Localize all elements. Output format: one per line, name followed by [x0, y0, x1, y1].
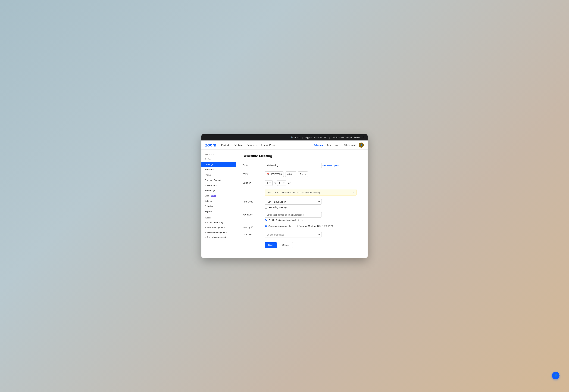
sidebar-label-personal-contacts: Personal Contacts	[205, 179, 222, 181]
notice-close-button[interactable]: ✕	[352, 191, 354, 194]
sidebar-item-recordings[interactable]: Recordings	[201, 188, 236, 193]
duration-inputs: 123 hr 0153045 min	[265, 180, 361, 186]
sidebar-item-user-management[interactable]: ► User Management	[201, 225, 236, 230]
nav-resources[interactable]: Resources	[247, 143, 257, 147]
generate-auto-option[interactable]: Generate Automatically	[265, 225, 291, 227]
clips-beta-badge: BETA	[211, 195, 216, 197]
topic-input[interactable]	[265, 163, 322, 168]
sidebar-item-phone[interactable]: Phone	[201, 172, 236, 178]
sidebar-item-plans-billing[interactable]: ► Plans and Billing	[201, 220, 236, 225]
info-icon[interactable]: i	[300, 219, 302, 221]
enable-chat-checkbox[interactable]	[265, 219, 267, 221]
timezone-label: Time Zone	[242, 199, 265, 203]
date-picker[interactable]: 📅 08/18/2023	[265, 171, 284, 177]
sidebar-item-meetings[interactable]: Meetings	[201, 162, 236, 167]
sidebar-label-clips: Clips	[205, 195, 209, 197]
nav-schedule[interactable]: Schedule	[314, 144, 323, 146]
chevron-right-icon: ►	[205, 222, 206, 223]
nav-bar: zoom Products Solutions Resources Plans …	[201, 140, 368, 150]
top-bar-right: 🔍 Search | Support 1.888.799.5926 | Cont…	[291, 136, 365, 139]
chevron-right-icon-2: ►	[205, 226, 206, 228]
nav-join[interactable]: Join	[327, 144, 331, 146]
sidebar-label-webinars: Webinars	[205, 168, 213, 171]
sidebar-label-profile: Profile	[205, 158, 211, 160]
zoom-logo: zoom	[205, 142, 216, 148]
attendees-row: Attendees Enable Continuous Meeting Chat…	[242, 212, 361, 221]
sidebar-item-reports[interactable]: Reports	[201, 209, 236, 214]
time-select[interactable]: 6:00 6:30 7:00	[285, 171, 296, 177]
page-title: Schedule Meeting	[242, 154, 361, 158]
personal-meeting-id-radio[interactable]	[295, 225, 298, 227]
sidebar-label-reports: Reports	[205, 210, 212, 213]
sidebar-item-webinars[interactable]: Webinars	[201, 167, 236, 172]
sidebar-label-user-management: User Management	[207, 226, 225, 229]
main-layout: PERSONAL Profile Meetings Webinars Phone…	[201, 150, 368, 258]
sidebar-item-settings[interactable]: Settings	[201, 198, 236, 204]
nav-plans-pricing[interactable]: Plans & Pricing	[261, 143, 276, 147]
nav-solutions[interactable]: Solutions	[234, 143, 243, 147]
meeting-id-radio-group: Generate Automatically Personal Meeting …	[265, 225, 361, 227]
meeting-id-field: Generate Automatically Personal Meeting …	[265, 225, 361, 227]
nav-whiteboard[interactable]: Whiteboard	[344, 144, 356, 146]
timezone-row: Time Zone (GMT+1:00) Lisbon (GMT+0:00) U…	[242, 199, 361, 209]
recurring-checkbox-row: Recurring meeting	[265, 206, 361, 209]
recurring-checkbox[interactable]	[265, 206, 267, 209]
sidebar-label-meetings: Meetings	[205, 163, 213, 166]
topic-field: + Add Description	[265, 163, 361, 168]
add-description-link[interactable]: + Add Description	[322, 164, 339, 167]
sidebar-label-room-management: Room Management	[207, 236, 226, 238]
browser-window: 🔍 Search | Support 1.888.799.5926 | Cont…	[201, 134, 368, 258]
avatar[interactable]: 👤	[359, 142, 364, 148]
attendees-field: Enable Continuous Meeting Chat i	[265, 212, 361, 221]
support-link[interactable]: Support	[305, 136, 312, 139]
nav-products[interactable]: Products	[221, 143, 230, 147]
timezone-field: (GMT+1:00) Lisbon (GMT+0:00) UTC (GMT-5:…	[265, 199, 361, 209]
sidebar-label-scheduler: Scheduler	[205, 205, 214, 207]
duration-hr-select[interactable]: 123	[265, 180, 273, 186]
topic-row: Topic + Add Description	[242, 163, 361, 168]
nav-host-dropdown[interactable]: Host ▼	[334, 144, 341, 146]
attendees-label: Attendees	[242, 212, 265, 216]
generate-auto-label: Generate Automatically	[268, 225, 291, 227]
sidebar-item-profile[interactable]: Profile	[201, 157, 236, 162]
generate-auto-radio[interactable]	[265, 225, 267, 227]
dots-menu[interactable]: ⋮	[363, 136, 365, 139]
recurring-label: Recurring meeting	[269, 206, 286, 209]
sidebar-label-device-management: Device Management	[207, 231, 227, 234]
sidebar-item-room-management[interactable]: ► Room Management	[201, 235, 236, 240]
fab-button[interactable]: 👤	[552, 372, 559, 379]
request-demo-link[interactable]: Request a Demo	[346, 136, 360, 139]
template-select[interactable]: Select a template	[265, 232, 322, 238]
admin-section-title: ADMIN	[201, 216, 236, 220]
sidebar-item-device-management[interactable]: ► Device Management	[201, 230, 236, 235]
meeting-id-row: Meeting ID Generate Automatically Person…	[242, 225, 361, 229]
when-row: When 📅 08/18/2023 6:00 6:30 7:00	[242, 171, 361, 177]
contact-sales-link[interactable]: Contact Sales	[332, 136, 344, 139]
personal-meeting-id-label: Personal Meeting ID 916 635 2129	[299, 225, 333, 227]
chevron-right-icon-4: ►	[205, 236, 206, 238]
phone-number: 1.888.799.5926	[314, 136, 327, 139]
timezone-select[interactable]: (GMT+1:00) Lisbon (GMT+0:00) UTC (GMT-5:…	[265, 199, 322, 205]
duration-min-select[interactable]: 0153045	[277, 180, 286, 186]
ampm-select[interactable]: AM PM	[298, 171, 308, 177]
sidebar: PERSONAL Profile Meetings Webinars Phone…	[201, 150, 236, 258]
duration-field: 123 hr 0153045 min	[265, 180, 361, 186]
sidebar-item-personal-contacts[interactable]: Personal Contacts	[201, 178, 236, 183]
sidebar-item-scheduler[interactable]: Scheduler	[201, 204, 236, 209]
sidebar-label-phone: Phone	[205, 174, 211, 176]
min-label: min	[287, 182, 291, 184]
nav-right: Schedule Join Host ▼ Whiteboard 👤	[314, 142, 364, 148]
sidebar-item-clips[interactable]: Clips BETA	[201, 193, 236, 198]
cancel-button[interactable]: Cancel	[279, 242, 293, 248]
chevron-down-icon: ▼	[339, 144, 341, 146]
chevron-right-icon-3: ►	[205, 231, 206, 233]
search-button[interactable]: 🔍 Search	[291, 136, 300, 139]
template-field: Select a template	[265, 232, 361, 238]
save-button[interactable]: Save	[265, 242, 277, 248]
personal-meeting-id-option[interactable]: Personal Meeting ID 916 635 2129	[295, 225, 333, 227]
enable-chat-row: Enable Continuous Meeting Chat i	[265, 219, 361, 221]
personal-section-title: PERSONAL	[201, 153, 236, 157]
attendees-input[interactable]	[265, 212, 322, 218]
sidebar-item-whiteboards[interactable]: Whiteboards	[201, 183, 236, 188]
top-bar: 🔍 Search | Support 1.888.799.5926 | Cont…	[201, 134, 368, 140]
